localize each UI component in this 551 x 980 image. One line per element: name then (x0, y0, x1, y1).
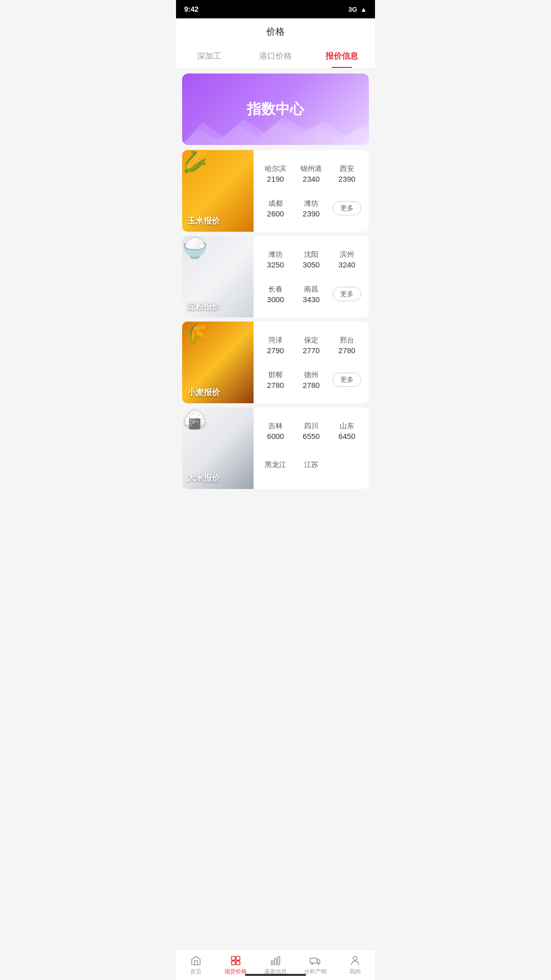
corn-emoji: 🌽 (182, 151, 208, 173)
network-indicator: 3G (348, 6, 357, 13)
status-bar: 9:42 3G ▲ (176, 0, 375, 18)
price-item: 邢台 2780 (330, 336, 364, 355)
main-content: 指数中心 🌽 玉米报价 哈尔滨 2190 锦州港 2340 西安 2390 成都… (176, 68, 375, 945)
index-center-banner[interactable]: 指数中心 (182, 74, 369, 145)
rice-image: 🍙 大米报价 (182, 407, 254, 489)
page-header: 价格 (176, 18, 375, 45)
rice-label: 大米报价 (187, 473, 220, 484)
price-item: 山东 6450 (330, 422, 364, 440)
starch-more-button[interactable]: 更多 (330, 287, 364, 301)
price-item: 长春 3000 (259, 285, 292, 304)
price-item: 锦州港 2340 (294, 164, 328, 183)
price-item: 黑龙江 (259, 460, 292, 471)
page-title: 价格 (176, 26, 375, 45)
price-item: 潍坊 2390 (294, 199, 328, 218)
banner-title: 指数中心 (247, 100, 304, 119)
wheat-image: 🌾 小麦报价 (182, 322, 254, 403)
price-item: 哈尔滨 2190 (259, 164, 292, 183)
price-item: 西安 2390 (330, 164, 364, 183)
wheat-more-button[interactable]: 更多 (330, 373, 364, 387)
corn-quote-card: 🌽 玉米报价 哈尔滨 2190 锦州港 2340 西安 2390 成都 2600… (182, 150, 369, 232)
price-item: 德州 2780 (294, 371, 328, 389)
status-right: 3G ▲ (348, 6, 367, 13)
tab-port-price[interactable]: 港口价格 (242, 45, 309, 68)
price-item: 吉林 6000 (259, 422, 292, 440)
corn-label: 玉米报价 (187, 216, 220, 227)
price-item: 邯郸 2780 (259, 371, 292, 389)
tab-deep-processing[interactable]: 深加工 (176, 45, 242, 68)
corn-prices: 哈尔滨 2190 锦州港 2340 西安 2390 成都 2600 潍坊 239… (254, 150, 369, 232)
tab-bar: 深加工 港口价格 报价信息 (176, 45, 375, 68)
banner-decoration (182, 117, 369, 145)
starch-image: 🍚 淀粉报价 (182, 236, 254, 317)
rice-prices: 吉林 6000 四川 6550 山东 6450 黑龙江 江苏 更多 (254, 407, 369, 489)
price-item: 南昌 3430 (294, 285, 328, 304)
corn-image: 🌽 玉米报价 (182, 150, 254, 232)
price-item: 潍坊 3250 (259, 250, 292, 269)
rice-more-button[interactable]: 更多 (330, 458, 364, 473)
tab-quote-info[interactable]: 报价信息 (309, 45, 375, 68)
signal-icon: ▲ (360, 6, 367, 13)
starch-emoji: 🍚 (182, 236, 208, 259)
status-time: 9:42 (184, 5, 198, 13)
wheat-quote-card: 🌾 小麦报价 菏泽 2790 保定 2770 邢台 2780 邯郸 2780 德… (182, 322, 369, 403)
price-item: 成都 2600 (259, 199, 292, 218)
price-item: 滨州 3240 (330, 250, 364, 269)
wheat-emoji: 🌾 (182, 322, 208, 345)
price-item: 四川 6550 (294, 422, 328, 440)
starch-quote-card: 🍚 淀粉报价 潍坊 3250 沈阳 3050 滨州 3240 长春 3000 南… (182, 236, 369, 317)
rice-emoji: 🍙 (182, 408, 208, 430)
price-item: 沈阳 3050 (294, 250, 328, 269)
price-item: 江苏 (294, 460, 328, 471)
starch-prices: 潍坊 3250 沈阳 3050 滨州 3240 长春 3000 南昌 3430 … (254, 236, 369, 317)
starch-label: 淀粉报价 (187, 302, 220, 312)
rice-quote-card: 🍙 大米报价 吉林 6000 四川 6550 山东 6450 黑龙江 江苏 (182, 407, 369, 489)
wheat-label: 小麦报价 (187, 387, 220, 398)
price-item: 保定 2770 (294, 336, 328, 355)
price-item: 菏泽 2790 (259, 336, 292, 355)
wheat-prices: 菏泽 2790 保定 2770 邢台 2780 邯郸 2780 德州 2780 … (254, 322, 369, 403)
corn-more-button[interactable]: 更多 (330, 201, 364, 215)
